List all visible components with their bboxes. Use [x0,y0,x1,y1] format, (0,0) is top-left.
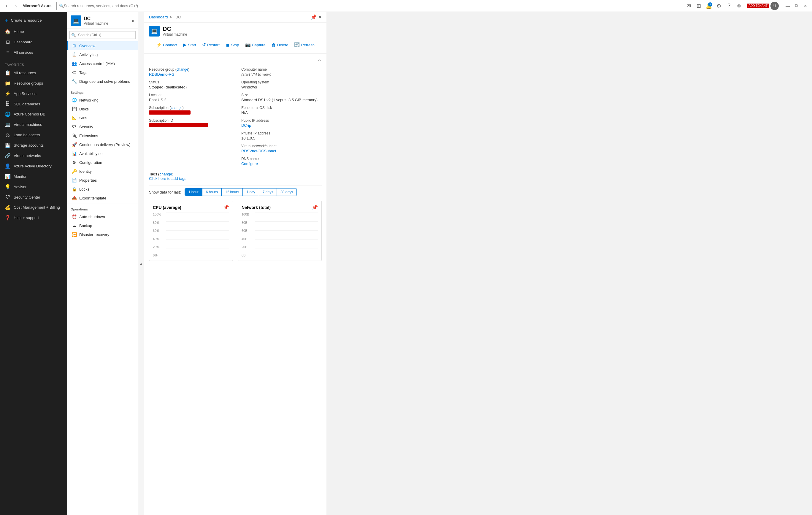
user-area: ADD TENANT U [747,2,779,10]
search-bar[interactable]: 🔍 [56,2,157,10]
sec-nav-collapse-right[interactable]: ▲ [138,12,144,515]
start-button[interactable]: ▶ Start [181,41,198,49]
sidebar-item-resource-groups[interactable]: 📁 Resource groups [0,78,67,88]
net-y-100: 100B [241,212,254,216]
sec-nav-disks[interactable]: 💾 Disks [67,105,138,113]
resource-group-change-link[interactable]: change [177,67,188,71]
tags-change-link[interactable]: change [160,172,172,176]
os-label: Operating system [241,80,322,84]
time-6hours[interactable]: 6 hours [202,189,222,196]
sidebar-item-cosmos-db[interactable]: 🌐 Azure Cosmos DB [0,109,67,119]
time-7days[interactable]: 7 days [259,189,277,196]
sec-nav-container: 💻 DC Virtual machine « 🔍 ⊞ Overview [67,12,326,515]
feedback-icon[interactable]: ☺ [735,2,743,10]
sec-nav-size[interactable]: 📐 Size [67,113,138,122]
vnet-label: Virtual network/subnet [241,144,322,148]
help-icon[interactable]: ? [725,2,733,10]
sidebar-item-security-center[interactable]: 🛡 Security Center [0,192,67,202]
sec-nav-disaster-recovery[interactable]: 🔁 Disaster recovery [67,230,138,239]
stop-button[interactable]: ⏹ Stop [223,41,241,49]
sec-nav-backup[interactable]: ☁ Backup [67,221,138,230]
restore-button[interactable]: ⧉ [792,2,801,10]
sidebar-item-cost-management[interactable]: 💰 Cost Management + Billing [0,202,67,212]
sec-nav-availability-set[interactable]: 📊 Availability set [67,149,138,158]
sec-nav-tags[interactable]: 🏷 Tags [67,68,138,77]
sidebar-item-all-services[interactable]: ≡ All services [0,47,67,57]
sec-nav-access-control[interactable]: 👥 Access control (IAM) [67,59,138,68]
capture-button[interactable]: 📷 Capture [243,41,268,49]
sec-nav-continuous-delivery[interactable]: 🚀 Continuous delivery (Preview) [67,140,138,149]
home-icon: 🏠 [5,29,11,34]
sec-nav-identity[interactable]: 🔑 Identity [67,167,138,176]
sidebar-item-all-resources[interactable]: 📋 All resources [0,68,67,78]
time-1hour[interactable]: 1 hour [185,189,202,196]
cosmos-icon: 🌐 [5,111,11,117]
collapse-nav-button[interactable]: « [132,18,135,24]
sidebar-item-virtual-machines[interactable]: 💻 Virtual machines [0,119,67,130]
time-label: Show data for last: [149,190,181,194]
restart-button[interactable]: ↺ Restart [200,41,222,49]
connect-icon: ⚡ [156,42,162,48]
sidebar-item-advisor[interactable]: 💡 Advisor [0,182,67,192]
sidebar-item-azure-ad[interactable]: 👤 Azure Active Directory [0,161,67,171]
close-button[interactable]: ✕ [801,2,810,10]
delete-button[interactable]: 🗑 Delete [269,41,291,49]
subscription-change-link[interactable]: change [171,106,182,110]
time-30days[interactable]: 30 days [277,189,296,196]
sec-nav-networking[interactable]: 🌐 Networking [67,95,138,105]
subscription-label: Subscription (change) [149,106,229,110]
sidebar-item-dashboard[interactable]: ⊞ Dashboard [0,37,67,47]
sidebar-item-home[interactable]: 🏠 Home [0,26,67,37]
cpu-pin-button[interactable]: 📌 [223,204,229,210]
sec-nav-search-input[interactable] [69,31,136,39]
sidebar-item-help-support[interactable]: ❓ Help + support [0,212,67,223]
portal-icon[interactable]: ⊞ [694,2,703,10]
sidebar-item-storage-accounts[interactable]: 💾 Storage accounts [0,140,67,150]
sec-nav-diagnose[interactable]: 🔧 Diagnose and solve problems [67,77,138,86]
sidebar-item-load-balancers[interactable]: ⚖ Load balancers [0,130,67,140]
vnet-value[interactable]: RDSVnet/DCSubnet [241,149,322,153]
forward-button[interactable]: › [12,2,20,10]
sidebar-item-sql-databases[interactable]: 🗄 SQL databases [0,99,67,109]
sidebar: + Create a resource 🏠 Home ⊞ Dashboard ≡… [0,12,67,515]
minimize-button[interactable]: — [784,2,792,10]
sidebar-item-monitor[interactable]: 📊 Monitor [0,171,67,182]
email-icon[interactable]: ✉ [685,2,693,10]
tags-add-link[interactable]: Click here to add tags [149,176,186,181]
sec-nav-locks[interactable]: 🔒 Locks [67,184,138,194]
connect-button[interactable]: ⚡ Connect [154,41,179,49]
search-input[interactable] [64,4,155,8]
main-scroll-area: ⌃ Resource group (change) RDSDemo-RG [144,54,326,515]
vnet-item: Virtual network/subnet RDSVnet/DCSubnet [241,144,322,153]
sec-nav-security[interactable]: 🛡 Security [67,122,138,131]
settings-icon[interactable]: ⚙ [715,2,723,10]
notifications-icon[interactable]: 🔔 2 [704,2,713,10]
sec-nav-properties[interactable]: 📄 Properties [67,176,138,184]
time-1day[interactable]: 1 day [243,189,259,196]
breadcrumb-dashboard[interactable]: Dashboard [149,15,168,19]
config-icon: ⚙ [71,160,77,165]
sec-nav-auto-shutdown[interactable]: ⏰ Auto-shutdown [67,212,138,221]
sec-nav-export-template[interactable]: 📤 Export template [67,194,138,202]
avatar[interactable]: U [771,2,779,10]
time-12hours[interactable]: 12 hours [222,189,243,196]
refresh-button[interactable]: 🔄 Refresh [292,41,317,49]
sec-nav-overview[interactable]: ⊞ Overview [67,41,138,50]
collapse-overview-button[interactable]: ⌃ [317,58,322,65]
network-pin-button[interactable]: 📌 [312,204,318,210]
back-button[interactable]: ‹ [2,2,11,10]
close-panel-button[interactable]: ✕ [318,14,322,20]
sec-nav-extensions[interactable]: 🔌 Extensions [67,131,138,140]
resource-group-value[interactable]: RDSDemo-RG [149,72,229,77]
dashboard-icon: ⊞ [5,39,11,45]
sidebar-item-virtual-networks[interactable]: 🔗 Virtual networks [0,150,67,161]
sidebar-item-app-services[interactable]: ⚡ App Services [0,88,67,99]
public-ip-value[interactable]: DC-ip [241,123,322,127]
pin-button[interactable]: 📌 [311,14,317,20]
dns-value[interactable]: Configure [241,162,322,166]
subscription-item: Subscription (change) [149,106,229,115]
sec-nav-configuration[interactable]: ⚙ Configuration [67,158,138,167]
locks-icon: 🔒 [71,187,77,192]
create-resource-button[interactable]: + Create a resource [0,14,67,26]
sec-nav-activity-log[interactable]: 📋 Activity log [67,50,138,59]
